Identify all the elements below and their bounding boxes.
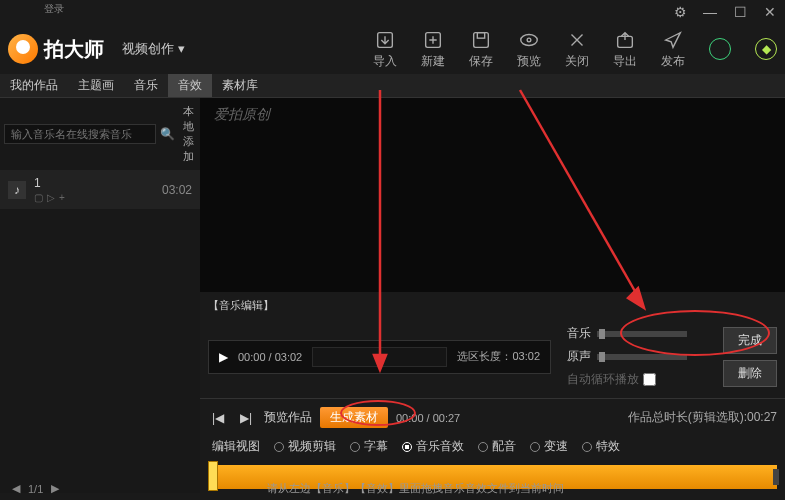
svg-rect-3 — [477, 32, 484, 38]
delete-button[interactable]: 删除 — [723, 360, 777, 387]
apple-store-icon[interactable] — [709, 38, 731, 60]
page-indicator: 1/1 — [28, 483, 43, 495]
music-note-icon: ♪ — [8, 181, 26, 199]
close-button[interactable]: 关闭 — [565, 29, 589, 70]
svg-point-5 — [527, 38, 531, 42]
hint-text: 请从左边【音乐】【音效】里面拖拽音乐音效文件到当前时间 — [267, 481, 564, 496]
sidebar: 🔍 本地添加 ♪ 1 ▢ ▷ + 03:02 — [0, 98, 200, 493]
page-prev-icon[interactable]: ◀ — [12, 482, 20, 495]
preview-work-button[interactable]: 预览作品 — [264, 409, 312, 426]
sel-length: 选区长度：03:02 — [457, 349, 540, 364]
settings-icon[interactable]: ⚙ — [673, 5, 687, 19]
minimize-icon[interactable]: — — [703, 5, 717, 19]
voice-vol-label: 原声 — [567, 348, 591, 365]
total-duration: 作品总时长(剪辑选取):00:27 — [628, 409, 777, 426]
watermark-text: 爱拍原创 — [214, 106, 270, 124]
search-input[interactable] — [4, 124, 156, 144]
folder-icon: ▢ — [34, 192, 43, 203]
view-label: 编辑视图 — [212, 438, 260, 455]
tab-matlib[interactable]: 素材库 — [212, 74, 268, 97]
save-button[interactable]: 保存 — [469, 29, 493, 70]
view-opt-clip[interactable]: 视频剪辑 — [274, 438, 336, 455]
view-opt-subtitle[interactable]: 字幕 — [350, 438, 388, 455]
play-mini-icon: ▷ — [47, 192, 55, 203]
search-icon[interactable]: 🔍 — [160, 124, 175, 144]
waveform[interactable] — [312, 347, 447, 367]
audio-time: 00:00 / 03:02 — [238, 351, 302, 363]
music-list-item[interactable]: ♪ 1 ▢ ▷ + 03:02 — [0, 170, 200, 209]
publish-button[interactable]: 发布 — [661, 29, 685, 70]
auto-loop-label: 自动循环播放 — [567, 371, 639, 388]
plus-mini-icon: + — [59, 192, 65, 203]
prev-frame-button[interactable]: |◀ — [208, 409, 228, 427]
view-opt-dub[interactable]: 配音 — [478, 438, 516, 455]
preview-button[interactable]: 预览 — [517, 29, 541, 70]
tab-music[interactable]: 音乐 — [124, 74, 168, 97]
app-name: 拍大师 — [44, 36, 104, 63]
app-logo-icon — [8, 34, 38, 64]
auto-loop-checkbox[interactable] — [643, 373, 656, 386]
music-item-title: 1 — [34, 176, 154, 190]
tab-theme[interactable]: 主题画 — [68, 74, 124, 97]
maximize-icon[interactable]: ☐ — [733, 5, 747, 19]
local-add-button[interactable]: 本地添加 — [179, 102, 198, 166]
export-button[interactable]: 导出 — [613, 29, 637, 70]
video-preview: 爱拍原创 — [200, 98, 785, 292]
android-store-icon[interactable]: ◆ — [755, 38, 777, 60]
login-link[interactable]: 登录 — [44, 2, 64, 16]
page-next-icon[interactable]: ▶ — [51, 482, 59, 495]
play-preview-button[interactable]: ▶| — [236, 409, 256, 427]
view-opt-effect[interactable]: 特效 — [582, 438, 620, 455]
video-create-dropdown[interactable]: 视频创作 ▾ — [122, 40, 185, 58]
new-button[interactable]: 新建 — [421, 29, 445, 70]
tab-myworks[interactable]: 我的作品 — [0, 74, 68, 97]
import-button[interactable]: 导入 — [373, 29, 397, 70]
tab-sfx[interactable]: 音效 — [168, 74, 212, 97]
music-vol-label: 音乐 — [567, 325, 591, 342]
view-opt-speed[interactable]: 变速 — [530, 438, 568, 455]
svg-point-4 — [521, 34, 538, 45]
music-item-duration: 03:02 — [162, 183, 192, 197]
audio-play-button[interactable]: ▶ — [219, 350, 228, 364]
view-opt-music[interactable]: 音乐音效 — [402, 438, 464, 455]
svg-rect-2 — [474, 32, 489, 47]
close-icon[interactable]: ✕ — [763, 5, 777, 19]
audio-player: ▶ 00:00 / 03:02 选区长度：03:02 — [208, 340, 551, 374]
